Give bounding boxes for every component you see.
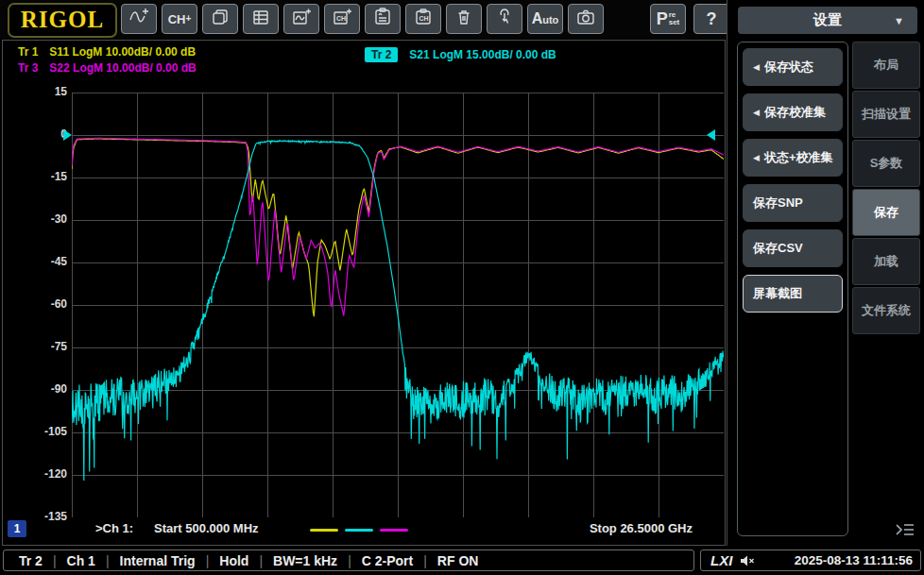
preset-button[interactable]: Preset — [650, 4, 686, 34]
delete-button[interactable] — [446, 4, 482, 34]
submenu-arrow-icon: ◀ — [753, 62, 760, 72]
help-icon: ? — [707, 9, 717, 29]
menu-item-label: 屏幕截图 — [753, 285, 802, 302]
vna-screen: RIGOL CH+ CH — [0, 0, 924, 575]
collapse-menu-icon — [895, 522, 915, 541]
menu-item[interactable]: 保存CSV — [743, 229, 843, 267]
y-tick-label: -75 — [22, 340, 67, 353]
ref-level-marker-left[interactable] — [63, 129, 72, 141]
svg-text:CH: CH — [336, 15, 346, 22]
help-button[interactable]: ? — [693, 4, 729, 34]
trace3-legend-dash — [380, 529, 408, 532]
trace2-active-badge: Tr 2 — [365, 47, 398, 62]
menu-item[interactable]: 屏幕截图 — [743, 275, 843, 313]
menu-tab[interactable]: S参数 — [852, 140, 920, 187]
y-tick-label: -105 — [22, 425, 67, 438]
status-separator: | — [259, 553, 263, 568]
y-tick-label: -60 — [22, 297, 67, 311]
trace1-label[interactable]: Tr 1S11 LogM 10.00dB/ 0.00 dB — [18, 45, 196, 59]
menu-item[interactable]: ◀保存状态 — [743, 48, 843, 86]
status-item[interactable]: RF ON — [437, 553, 479, 568]
channel-label: >Ch 1: — [95, 521, 133, 535]
y-tick-label: -45 — [22, 255, 67, 268]
status-item[interactable]: Tr 2 — [19, 553, 43, 568]
status-separator: | — [206, 553, 210, 568]
channel-plus-icon: CH — [168, 12, 186, 26]
trace-plus-icon — [128, 8, 149, 30]
speaker-muted-icon[interactable] — [740, 554, 756, 567]
menu-tab[interactable]: 保存 — [852, 189, 920, 236]
clock: 2025-08-13 11:11:56 — [795, 553, 913, 567]
svg-text:CH: CH — [419, 15, 429, 22]
status-separator: | — [423, 553, 427, 568]
chevron-down-icon: ▼ — [894, 15, 904, 26]
add-channel-button[interactable]: CH+ — [162, 4, 197, 34]
start-frequency[interactable]: Start 500.000 MHz — [154, 521, 259, 535]
status-separator: | — [53, 553, 57, 568]
status-separator: | — [348, 553, 351, 568]
trace-manager-button[interactable] — [365, 4, 401, 34]
menu-item-label: 保存SNP — [753, 194, 803, 211]
status-item[interactable]: C 2-Port — [362, 553, 413, 568]
menu-tab[interactable]: 加载 — [852, 238, 920, 285]
window-layout-button[interactable] — [202, 4, 238, 34]
menu-item-label: 状态+校准集 — [764, 149, 833, 166]
lxi-logo: LXI — [710, 552, 732, 568]
status-bar: Tr 2|Ch 1|Internal Trig|Hold|BW=1 kHz|C … — [0, 548, 924, 575]
add-trace-button[interactable] — [121, 4, 157, 34]
channel-manager-button[interactable]: CH — [405, 4, 441, 34]
table-icon — [251, 8, 270, 30]
channel-number-badge[interactable]: 1 — [8, 520, 26, 537]
menu-tab[interactable]: 扫描设置 — [852, 91, 920, 138]
camera-icon — [576, 8, 595, 30]
menu-item-label: 保存CSV — [753, 240, 803, 257]
screenshot-button[interactable] — [568, 4, 604, 34]
menu-tabs: 布局扫描设置S参数保存加载文件系统 — [852, 42, 920, 336]
system-status: LXI 2025-08-13 11:11:56 — [700, 550, 921, 571]
trash-icon — [454, 8, 473, 30]
status-item[interactable]: Hold — [219, 553, 248, 568]
menu-item[interactable]: ◀状态+校准集 — [743, 139, 843, 177]
y-tick-label: 0 — [22, 127, 67, 141]
status-item[interactable]: Internal Trig — [120, 553, 196, 568]
menu-tab[interactable]: 文件系统 — [852, 287, 920, 334]
submenu-container: ◀保存状态◀保存校准集◀状态+校准集保存SNP保存CSV屏幕截图 — [737, 42, 848, 536]
menu-item[interactable]: ◀保存校准集 — [743, 93, 843, 131]
rigol-logo: RIGOL — [8, 3, 117, 38]
preset-icon: P — [657, 9, 668, 29]
trace1-legend-dash — [310, 529, 338, 532]
auto-scale-button[interactable]: Auto — [527, 4, 563, 34]
menu-item-label: 保存状态 — [764, 59, 813, 76]
y-tick-label: 15 — [22, 85, 67, 98]
settings-panel: 设置 ▼ ◀保存状态◀保存校准集◀状态+校准集保存SNP保存CSV屏幕截图 布局… — [733, 0, 924, 546]
stop-frequency[interactable]: Stop 26.5000 GHz — [590, 521, 693, 535]
auto-label: Auto — [532, 10, 559, 27]
menu-title-dropdown[interactable]: 设置 ▼ — [738, 7, 917, 34]
trace2-legend-dash — [345, 529, 373, 532]
status-item[interactable]: BW=1 kHz — [273, 553, 337, 568]
touch-button[interactable] — [487, 4, 522, 34]
sweep-range-row: 1 >Ch 1: Start 500.000 MHz Stop 26.5000 … — [3, 518, 727, 541]
stacked-windows-icon — [211, 8, 230, 30]
menu-item[interactable]: 保存SNP — [743, 184, 843, 222]
add-channel-window-button[interactable]: CH — [324, 4, 360, 34]
y-tick-label: -90 — [22, 382, 67, 396]
submenu-arrow-icon: ◀ — [753, 153, 760, 162]
y-tick-label: -120 — [22, 467, 67, 481]
status-items: Tr 2|Ch 1|Internal Trig|Hold|BW=1 kHz|C … — [3, 550, 694, 571]
plot-window: Tr 1S11 LogM 10.00dB/ 0.00 dB Tr 3S22 Lo… — [2, 40, 726, 546]
add-trace-window-button[interactable] — [283, 4, 319, 34]
status-item[interactable]: Ch 1 — [67, 553, 95, 568]
trace-plot — [72, 93, 724, 517]
collapse-menu-button[interactable] — [892, 521, 918, 542]
trace2-label[interactable]: Tr 2S21 LogM 15.00dB/ 0.00 dB — [365, 48, 556, 61]
window-channel-icon: CH — [333, 8, 352, 30]
ref-level-marker-right[interactable] — [707, 129, 715, 141]
y-tick-label: -30 — [22, 212, 67, 226]
add-table-button[interactable] — [243, 4, 279, 34]
y-tick-label: -15 — [22, 170, 67, 183]
touch-icon — [495, 8, 514, 30]
trace3-label[interactable]: Tr 3S22 LogM 10.00dB/ 0.00 dB — [18, 61, 197, 75]
submenu-arrow-icon: ◀ — [753, 108, 760, 117]
menu-tab[interactable]: 布局 — [852, 42, 920, 89]
